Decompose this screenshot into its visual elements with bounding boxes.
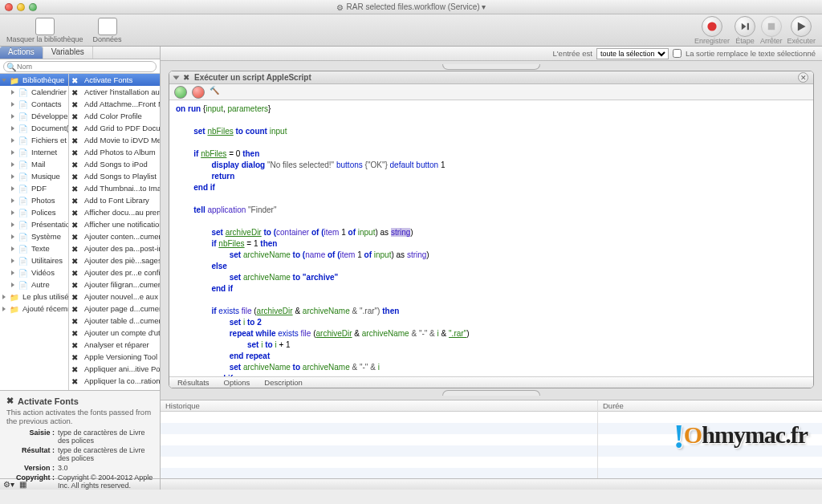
action-icon: ✖︎ <box>71 160 81 169</box>
record-button[interactable] <box>702 16 722 37</box>
action-row[interactable]: ✖︎Add Photos to Album <box>69 146 160 158</box>
action-icon: ✖︎ <box>71 220 81 229</box>
library-row[interactable]: 📁Le plus utilisé <box>0 291 68 303</box>
library-row[interactable]: 📄Autre <box>0 278 68 291</box>
action-icon: ✖︎ <box>71 100 81 108</box>
search-bar: 🔍 <box>0 59 160 74</box>
hide-library-button[interactable]: Masquer la bibliothèque <box>6 18 83 43</box>
bottom-status-bar <box>161 478 822 490</box>
action-icon: ✖︎ <box>71 196 81 205</box>
action-row[interactable]: ✖︎Ajouter table d...cuments Word <box>69 315 160 327</box>
action-row[interactable]: ✖︎Appliquer la co...ration système <box>69 375 160 387</box>
actions-list[interactable]: ✖︎Activate Fonts✖︎Activer l'installation… <box>69 74 160 390</box>
log-panel: Historique Durée !OOhmymac.frhmymac.fr <box>161 400 822 478</box>
action-row[interactable]: ✖︎Activer l'installation automatique <box>69 86 160 98</box>
action-row[interactable]: ✖︎Add Color Profile <box>69 110 160 122</box>
options-tab[interactable]: Options <box>224 378 250 387</box>
library-tabs: Actions Variables <box>0 47 160 59</box>
action-icon: ✖︎ <box>71 352 81 361</box>
library-row[interactable]: 📄Polices <box>0 206 68 218</box>
document-icon: ⚙︎ <box>336 3 344 11</box>
svg-rect-1 <box>747 22 749 29</box>
library-row[interactable]: 📄Vidéos <box>0 266 68 278</box>
library-row[interactable]: 📄Photos <box>0 194 68 206</box>
library-categories[interactable]: 📁Bibliothèque📄Calendrier📄Contacts📄Dévelo… <box>0 74 69 390</box>
stop-button[interactable] <box>761 16 782 37</box>
folder-icon: 📄 <box>18 172 28 181</box>
library-row[interactable]: 📄Musique <box>0 170 68 182</box>
compile-icon[interactable]: 🔨 <box>210 86 222 99</box>
disclosure-triangle-icon[interactable] <box>173 75 180 79</box>
run-button[interactable] <box>791 16 812 37</box>
library-row[interactable]: 📄Contacts <box>0 98 68 110</box>
action-icon: ✖︎ <box>71 256 81 265</box>
results-tab[interactable]: Résultats <box>177 378 210 387</box>
library-row[interactable]: 📄Texte <box>0 242 68 254</box>
action-row[interactable]: ✖︎Ajouter des piè...sages Outlook <box>69 254 160 266</box>
tab-actions[interactable]: Actions <box>0 47 43 59</box>
action-row[interactable]: ✖︎Ajouter nouvel...e aux classeurs <box>69 291 160 303</box>
description-tab[interactable]: Description <box>264 378 303 387</box>
remove-action-button[interactable]: ✕ <box>798 72 808 83</box>
step-button[interactable] <box>735 16 755 37</box>
action-row[interactable]: ✖︎Add to Font Library <box>69 194 160 206</box>
library-row[interactable]: 📄Document(s) <box>0 122 68 134</box>
action-info-panel: ✖︎Activate Fonts This action activates t… <box>0 390 160 478</box>
action-row[interactable]: ✖︎Add Attachme...Front Message <box>69 98 160 110</box>
library-row[interactable]: 📁Ajouté récemment <box>0 303 68 315</box>
action-row[interactable]: ✖︎Ajouter page d...cuments Word <box>69 303 160 315</box>
action-row[interactable]: ✖︎Ajouter conten...cuments Word <box>69 230 160 242</box>
library-row[interactable]: 📄Internet <box>0 146 68 158</box>
media-button[interactable]: Données <box>93 18 122 43</box>
action-icon: ✖︎ <box>71 75 81 84</box>
action-row[interactable]: ✖︎Ajouter des pr...e configuration <box>69 266 160 278</box>
output-replaces-checkbox[interactable] <box>673 49 682 58</box>
workflow-bottom-connector <box>169 390 814 395</box>
action-icon: ✖︎ <box>71 208 81 217</box>
script-run-button[interactable] <box>174 86 187 99</box>
library-row[interactable]: 📄PDF <box>0 182 68 194</box>
action-row[interactable]: ✖︎Add Songs to Playlist <box>69 170 160 182</box>
library-row[interactable]: 📄Présentations <box>0 218 68 230</box>
action-row[interactable]: ✖︎Add Songs to iPod <box>69 158 160 170</box>
library-row[interactable]: 📄Fichiers et dossiers <box>0 134 68 146</box>
action-icon: ✖︎ <box>71 87 81 96</box>
folder-icon: 📄 <box>18 220 28 229</box>
search-input[interactable] <box>3 61 157 72</box>
tab-variables[interactable]: Variables <box>43 47 93 59</box>
library-row[interactable]: 📄Développeur <box>0 110 68 122</box>
library-row[interactable]: 📄Système <box>0 230 68 242</box>
folder-icon: 📄 <box>18 148 28 156</box>
action-row[interactable]: ✖︎Add Thumbnai...to Image Files <box>69 182 160 194</box>
library-row[interactable]: 📄Utilitaires <box>0 254 68 266</box>
svg-point-0 <box>707 22 716 30</box>
action-row[interactable]: ✖︎Apple Versioning Tool <box>69 351 160 363</box>
action-row[interactable]: ✖︎Ajouter des pa...post-installation <box>69 242 160 254</box>
zoom-window-button[interactable] <box>29 3 37 11</box>
workflow-top-connector <box>169 64 814 69</box>
watermark-logo: !OOhmymac.frhmymac.fr <box>673 417 808 456</box>
action-icon: ✖︎ <box>71 184 81 193</box>
service-input-bar: L'entrée est toute la sélection La sorti… <box>161 47 822 61</box>
action-row[interactable]: ✖︎Analyser et réparer <box>69 339 160 351</box>
action-row[interactable]: ✖︎Ajouter filigran...cuments Word <box>69 278 160 291</box>
folder-icon: 📄 <box>18 160 28 169</box>
library-row[interactable]: 📁Bibliothèque <box>0 74 68 86</box>
minimize-window-button[interactable] <box>17 3 25 11</box>
action-row[interactable]: ✖︎Afficher docu...au premier plan <box>69 206 160 218</box>
library-row[interactable]: 📄Mail <box>0 158 68 170</box>
input-scope-select[interactable]: toute la sélection <box>596 48 669 59</box>
applescript-action: ✖︎ Exécuter un script AppleScript ✕ 🔨 on… <box>169 71 814 388</box>
script-editor[interactable]: on run {input, parameters} set nbFiles t… <box>169 100 813 376</box>
library-row[interactable]: 📄Calendrier <box>0 86 68 98</box>
action-row[interactable]: ✖︎Appliquer ani...itive PowerPoint <box>69 363 160 375</box>
action-icon: ✖︎ <box>71 364 81 373</box>
close-window-button[interactable] <box>5 3 13 11</box>
action-row[interactable]: ✖︎Ajouter un compte d'utilisateur <box>69 327 160 339</box>
action-row[interactable]: ✖︎Add Grid to PDF Documents <box>69 122 160 134</box>
action-icon: ✖︎ <box>71 292 81 301</box>
action-row[interactable]: ✖︎Activate Fonts <box>69 74 160 86</box>
script-stop-button[interactable] <box>192 86 205 99</box>
action-row[interactable]: ✖︎Afficher une notification de Growl <box>69 218 160 230</box>
action-row[interactable]: ✖︎Add Movie to iDVD Menu <box>69 134 160 146</box>
